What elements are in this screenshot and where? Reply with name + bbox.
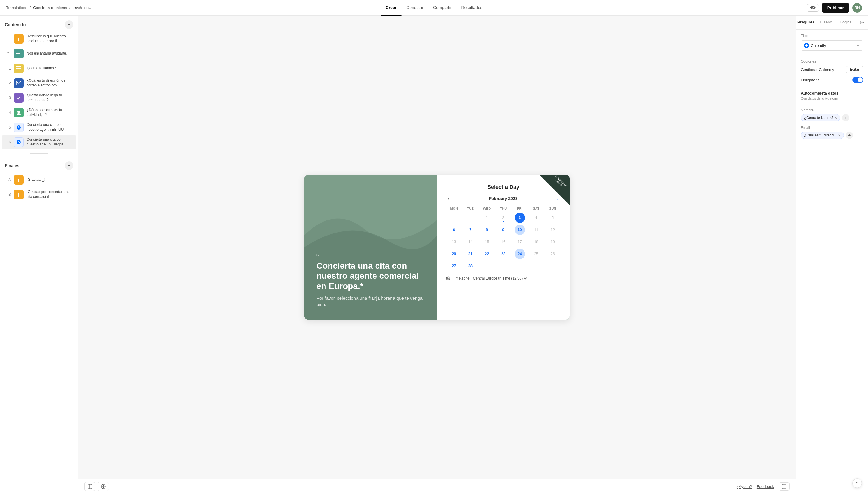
right-panel: Pregunta Diseño Lógica Tipo Calendly Op — [796, 16, 868, 494]
cal-day-5: 5 — [548, 213, 558, 223]
sidebar-item-1[interactable]: 1 ¿Cómo te llamas? — [2, 61, 76, 76]
add-contenido-button[interactable]: + — [65, 20, 73, 29]
sidebar-item-3[interactable]: 3 ¿Hasta dónde llega tu presupuesto? — [2, 91, 76, 105]
help-link[interactable]: ¿Ayuda? — [736, 484, 752, 489]
sidebar-item-6[interactable]: 6 Concierta una cita con nuestro age...n… — [2, 135, 76, 149]
cal-day-25: 25 — [531, 249, 541, 259]
obligatoria-toggle[interactable] — [852, 77, 863, 83]
nombre-tag-add-button[interactable]: + — [842, 114, 849, 121]
item-2-text: ¿Cuál es tu dirección de correo electrón… — [26, 78, 72, 88]
topnav-actions: Publicar RH — [807, 3, 862, 13]
cal-day-empty — [449, 213, 459, 223]
sidebar-item-2[interactable]: 2 ¿Cuál es tu dirección de correo electr… — [2, 76, 76, 90]
email-tag-add-button[interactable]: + — [846, 132, 853, 139]
calendar-header: ‹ February 2023 › — [446, 195, 560, 202]
tab-crear[interactable]: Crear — [381, 0, 402, 16]
cal-day-14: 14 — [465, 237, 476, 247]
nav-tabs: Crear Conectar Compartir Resultados — [381, 0, 487, 16]
opciones-section: Opciones Gestionar Calendly Editar Oblig… — [796, 55, 868, 91]
bar-chart-icon-a — [16, 177, 21, 182]
cal-day-12: 12 — [548, 225, 558, 235]
editar-button[interactable]: Editar — [846, 66, 863, 73]
bar-chart-icon-b — [16, 192, 21, 197]
cal-day-24[interactable]: 24 — [515, 249, 525, 259]
svg-point-25 — [103, 485, 104, 486]
panel-settings-button[interactable] — [856, 16, 868, 29]
breadcrumb-current: Concierta reuniones a través de Calendly… — [33, 5, 93, 10]
tab-compartir[interactable]: Compartir — [428, 0, 456, 16]
email-tag-remove[interactable]: ✕ — [838, 134, 841, 137]
breadcrumb-link[interactable]: Translations — [6, 5, 27, 10]
sidebar-final-a[interactable]: A ¡Gracias, _! — [2, 173, 76, 187]
canvas-bottom-left — [85, 482, 109, 491]
cal-day-20[interactable]: 20 — [449, 249, 459, 259]
item-4-text: ¿Dónde desarrollas tu actividad, _? — [26, 108, 72, 117]
cal-day-23[interactable]: 23 — [498, 249, 509, 259]
cal-day-3[interactable]: 3 — [515, 213, 525, 223]
accessibility-button[interactable] — [98, 482, 109, 491]
cal-day-27[interactable]: 27 — [449, 261, 459, 271]
svg-rect-6 — [16, 66, 21, 67]
tipo-label: Tipo — [801, 34, 863, 38]
svg-rect-14 — [18, 178, 19, 182]
cal-day-22[interactable]: 22 — [482, 249, 492, 259]
cal-day-10[interactable]: 10 — [515, 225, 525, 235]
email-label: Email — [801, 126, 863, 130]
day-header-mon: MON — [446, 205, 462, 211]
cal-day-6[interactable]: 6 — [449, 225, 459, 235]
day-header-fri: FRI — [512, 205, 528, 211]
svg-rect-4 — [16, 53, 20, 54]
bar-chart-icon — [16, 36, 21, 41]
text-icon — [16, 52, 21, 56]
preview-subtitle: Por favor, selecciona una franja horaria… — [316, 295, 425, 307]
calendly-logo-icon — [805, 44, 808, 47]
panel-tab-logica[interactable]: Lógica — [836, 16, 856, 29]
add-finales-button[interactable]: + — [65, 162, 73, 170]
svg-rect-15 — [20, 178, 20, 182]
preview-button[interactable] — [807, 4, 819, 12]
item-2-icon — [14, 78, 23, 88]
breadcrumb-separator: / — [30, 5, 31, 10]
sidebar-item-4[interactable]: 4 ¿Dónde desarrollas tu actividad, _? — [2, 106, 76, 120]
main-layout: Contenido + Descubre lo que nuestro prod… — [0, 16, 868, 494]
tipo-select[interactable]: Calendly — [801, 40, 863, 51]
cal-day-4: 4 — [531, 213, 541, 223]
feedback-link[interactable]: Feedback — [757, 484, 774, 489]
panel-tab-diseno[interactable]: Diseño — [816, 16, 836, 29]
final-a-icon — [14, 175, 23, 185]
cal-day-21[interactable]: 21 — [465, 249, 476, 259]
collapse-button[interactable] — [779, 482, 790, 491]
nombre-tag: ¿Cómo te llamas? ✕ — [801, 114, 840, 121]
collapse-icon — [782, 484, 786, 489]
obligatoria-label: Obligatoria — [801, 78, 820, 82]
sidebar-toggle-button[interactable] — [85, 482, 95, 491]
final-b-icon — [14, 190, 23, 200]
item-3-text: ¿Hasta dónde llega tu presupuesto? — [26, 93, 72, 102]
contenido-label: Contenido — [5, 22, 25, 27]
autocomplete-title: Autocompleta datos — [801, 91, 863, 95]
avatar[interactable]: RH — [852, 3, 862, 13]
step-number: 6 — [316, 253, 318, 257]
publish-button[interactable]: Publicar — [822, 3, 849, 13]
timezone-select[interactable]: Central European Time (12:58) — [472, 276, 528, 281]
cal-day-28[interactable]: 28 — [465, 261, 476, 271]
sidebar-item-t1[interactable]: T1 Nos encantaría ayudarte. — [2, 46, 76, 61]
cal-next-button[interactable]: › — [555, 195, 560, 202]
help-button[interactable]: ? — [852, 478, 862, 488]
tab-conectar[interactable]: Conectar — [402, 0, 428, 16]
sidebar-item-5[interactable]: 5 Concierta una cita con nuestro age...n… — [2, 120, 76, 135]
calendar-month: February 2023 — [489, 196, 518, 201]
cal-day-9[interactable]: 9 — [498, 225, 509, 235]
preview-left: 6 → Concierta una cita con nuestro agent… — [304, 175, 437, 320]
item-1-text: ¿Cómo te llamas? — [26, 66, 72, 71]
day-header-thu: THU — [496, 205, 512, 211]
sidebar-final-b[interactable]: B ¡Gracias por concertar una cita con...… — [2, 187, 76, 202]
cal-prev-button[interactable]: ‹ — [446, 195, 451, 202]
sidebar-item-0[interactable]: Descubre lo que nuestro producto p...r p… — [2, 32, 76, 46]
nombre-tag-remove[interactable]: ✕ — [834, 116, 837, 119]
tab-resultados[interactable]: Resultados — [456, 0, 487, 16]
cal-day-7[interactable]: 7 — [465, 225, 476, 235]
panel-tab-pregunta[interactable]: Pregunta — [796, 16, 816, 29]
cal-day-8[interactable]: 8 — [482, 225, 492, 235]
preview-title: Concierta una cita con nuestro agente co… — [316, 261, 425, 291]
